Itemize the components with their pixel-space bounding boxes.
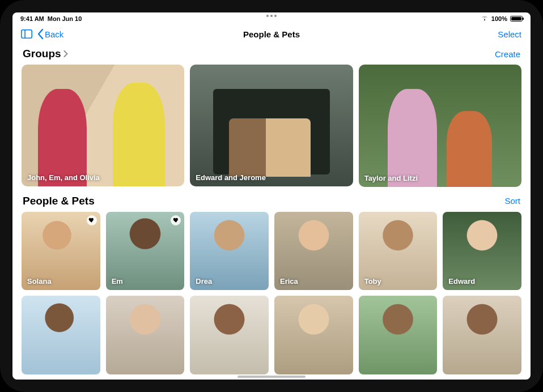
people-tile[interactable]: Edward xyxy=(443,212,521,291)
people-tile[interactable] xyxy=(359,296,438,374)
chevron-left-icon xyxy=(37,29,44,39)
person-label: Edward xyxy=(448,277,475,286)
group-label: Taylor and Litzi xyxy=(364,174,418,182)
sidebar-toggle-button[interactable] xyxy=(19,27,34,41)
battery-icon xyxy=(510,16,523,22)
people-tile[interactable]: Solana xyxy=(22,212,100,291)
group-tile[interactable]: Edward and Jerome xyxy=(190,65,353,186)
heart-icon xyxy=(87,215,97,225)
home-indicator[interactable] xyxy=(237,376,306,378)
people-pets-header: People & Pets xyxy=(23,195,95,207)
group-tile[interactable]: John, Em, and Olivia xyxy=(22,65,184,186)
people-tile[interactable]: Em xyxy=(106,212,185,291)
person-thumbnail xyxy=(106,296,185,374)
person-label: Solana xyxy=(27,277,52,286)
content-scroll[interactable]: Groups Create John, Em, and Olivia Edwar… xyxy=(12,44,531,380)
status-battery-pct: 100% xyxy=(491,15,507,22)
device-bezel: 9:41 AM Mon Jun 10 100% Back xyxy=(0,0,543,392)
people-pets-title: People & Pets xyxy=(23,195,95,207)
people-tile[interactable] xyxy=(443,296,521,374)
people-tile[interactable]: Erica xyxy=(274,212,353,291)
group-label: Edward and Jerome xyxy=(196,173,266,182)
person-thumbnail xyxy=(274,296,353,374)
group-thumbnail xyxy=(190,65,353,186)
groups-title: Groups xyxy=(23,48,61,60)
person-label: Drea xyxy=(196,277,212,286)
people-tile[interactable]: Drea xyxy=(190,212,269,291)
person-label: Em xyxy=(112,277,123,286)
group-thumbnail xyxy=(359,65,521,187)
select-button[interactable]: Select xyxy=(498,29,521,39)
group-thumbnail xyxy=(22,65,184,186)
page-title: People & Pets xyxy=(243,29,300,39)
multitask-dots-icon[interactable] xyxy=(266,15,277,17)
group-label: John, Em, and Olivia xyxy=(27,173,100,182)
group-tile[interactable]: Taylor and Litzi xyxy=(359,65,521,187)
screen: 9:41 AM Mon Jun 10 100% Back xyxy=(12,12,531,380)
wifi-icon xyxy=(481,15,489,22)
person-label: Toby xyxy=(364,277,381,286)
status-time: 9:41 AM xyxy=(20,15,44,22)
person-thumbnail xyxy=(443,296,521,374)
status-date: Mon Jun 10 xyxy=(48,15,82,22)
sort-button[interactable]: Sort xyxy=(504,196,520,206)
people-tile[interactable] xyxy=(106,296,185,374)
people-tile[interactable] xyxy=(190,296,269,374)
person-thumbnail xyxy=(22,296,100,374)
back-label: Back xyxy=(45,29,63,39)
nav-bar: Back People & Pets Select xyxy=(12,24,531,44)
people-tile[interactable] xyxy=(274,296,353,374)
create-button[interactable]: Create xyxy=(495,49,520,59)
status-bar: 9:41 AM Mon Jun 10 100% xyxy=(12,12,531,24)
svg-rect-0 xyxy=(22,30,32,38)
groups-header[interactable]: Groups xyxy=(23,48,68,60)
back-button[interactable]: Back xyxy=(37,29,63,39)
heart-icon xyxy=(171,215,181,225)
people-tile[interactable] xyxy=(22,296,100,374)
person-label: Erica xyxy=(280,277,298,286)
person-thumbnail xyxy=(190,296,269,374)
person-thumbnail xyxy=(359,296,438,374)
chevron-right-icon xyxy=(63,50,68,57)
people-tile[interactable]: Toby xyxy=(359,212,438,291)
